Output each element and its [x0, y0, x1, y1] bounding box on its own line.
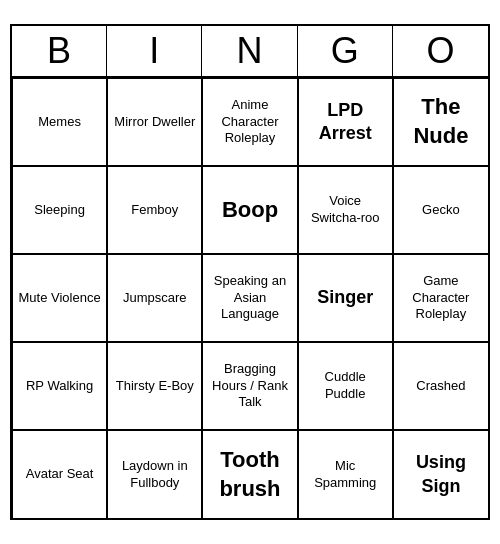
- bingo-cell-14: Game Character Roleplay: [393, 254, 488, 342]
- header-letter: I: [107, 26, 202, 76]
- header-letter: N: [202, 26, 297, 76]
- bingo-cell-2: Anime Character Roleplay: [202, 78, 297, 166]
- bingo-cell-22: Tooth brush: [202, 430, 297, 518]
- bingo-cell-13: Singer: [298, 254, 393, 342]
- bingo-grid: MemesMirror DwellerAnime Character Rolep…: [12, 78, 488, 518]
- bingo-cell-6: Femboy: [107, 166, 202, 254]
- bingo-cell-18: Cuddle Puddle: [298, 342, 393, 430]
- bingo-cell-3: LPD Arrest: [298, 78, 393, 166]
- bingo-cell-11: Jumpscare: [107, 254, 202, 342]
- bingo-cell-20: Avatar Seat: [12, 430, 107, 518]
- bingo-cell-1: Mirror Dweller: [107, 78, 202, 166]
- bingo-cell-23: Mic Spamming: [298, 430, 393, 518]
- bingo-cell-12: Speaking an Asian Language: [202, 254, 297, 342]
- header-letter: G: [298, 26, 393, 76]
- bingo-cell-5: Sleeping: [12, 166, 107, 254]
- bingo-cell-10: Mute Violence: [12, 254, 107, 342]
- bingo-cell-21: Laydown in Fullbody: [107, 430, 202, 518]
- bingo-card: BINGO MemesMirror DwellerAnime Character…: [10, 24, 490, 520]
- bingo-cell-19: Crashed: [393, 342, 488, 430]
- bingo-cell-24: Using Sign: [393, 430, 488, 518]
- bingo-cell-0: Memes: [12, 78, 107, 166]
- bingo-cell-8: Voice Switcha-roo: [298, 166, 393, 254]
- bingo-cell-4: The Nude: [393, 78, 488, 166]
- bingo-cell-9: Gecko: [393, 166, 488, 254]
- bingo-header: BINGO: [12, 26, 488, 78]
- header-letter: O: [393, 26, 488, 76]
- header-letter: B: [12, 26, 107, 76]
- bingo-cell-15: RP Walking: [12, 342, 107, 430]
- bingo-cell-17: Bragging Hours / Rank Talk: [202, 342, 297, 430]
- bingo-cell-7: Boop: [202, 166, 297, 254]
- bingo-cell-16: Thirsty E-Boy: [107, 342, 202, 430]
